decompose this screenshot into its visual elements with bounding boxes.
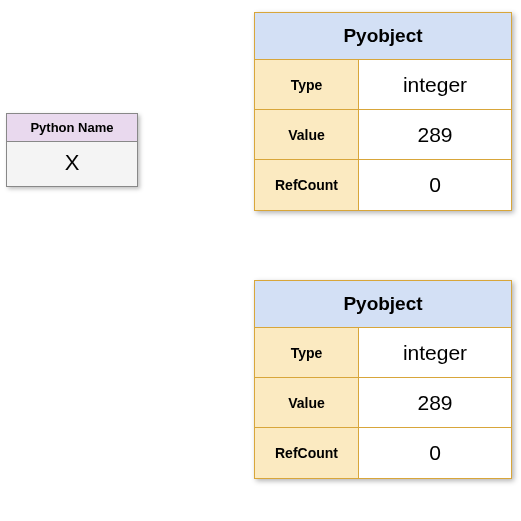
pyobject-row-label: Value (255, 110, 359, 159)
python-name-header: Python Name (7, 114, 137, 142)
pyobject-row-label: RefCount (255, 428, 359, 478)
pyobject-row-label: RefCount (255, 160, 359, 210)
pyobject-row-refcount: RefCount 0 (255, 160, 511, 210)
pyobject-row-label: Type (255, 60, 359, 109)
pyobject-row-refcount: RefCount 0 (255, 428, 511, 478)
pyobject-box-1: Pyobject Type integer Value 289 RefCount… (254, 280, 512, 479)
python-name-value: X (7, 142, 137, 186)
pyobject-row-label: Type (255, 328, 359, 377)
pyobject-row-value: integer (359, 328, 511, 377)
pyobject-row-value-field: Value 289 (255, 110, 511, 160)
pyobject-row-value: 289 (359, 378, 511, 427)
pyobject-box-0: Pyobject Type integer Value 289 RefCount… (254, 12, 512, 211)
pyobject-row-type: Type integer (255, 328, 511, 378)
pyobject-row-value: 0 (359, 428, 511, 478)
pyobject-row-type: Type integer (255, 60, 511, 110)
pyobject-row-value: 0 (359, 160, 511, 210)
pyobject-title: Pyobject (255, 281, 511, 328)
pyobject-title: Pyobject (255, 13, 511, 60)
pyobject-row-value: integer (359, 60, 511, 109)
pyobject-row-label: Value (255, 378, 359, 427)
pyobject-row-value-field: Value 289 (255, 378, 511, 428)
python-name-box: Python Name X (6, 113, 138, 187)
pyobject-row-value: 289 (359, 110, 511, 159)
